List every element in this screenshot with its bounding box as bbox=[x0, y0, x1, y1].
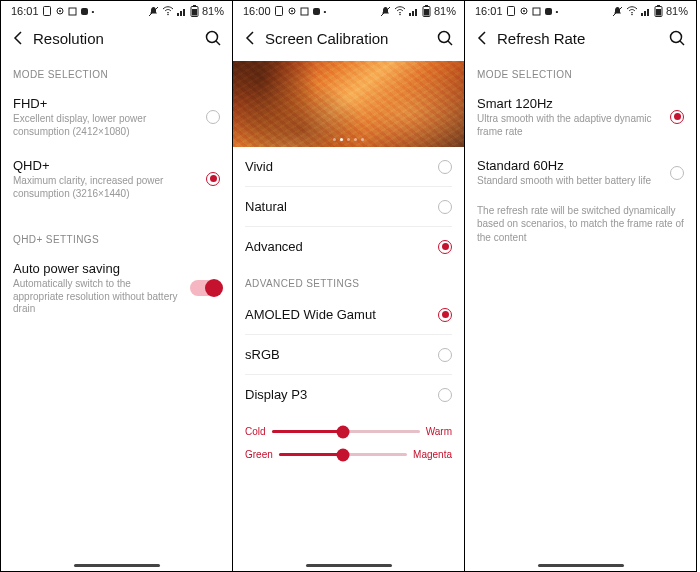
svg-rect-34 bbox=[545, 8, 552, 15]
search-icon[interactable] bbox=[436, 29, 454, 47]
option-fhd[interactable]: FHD+ Excellent display, lower power cons… bbox=[1, 86, 232, 148]
status-time: 16:01 bbox=[475, 5, 503, 17]
std-sub: Standard smooth with better battery life bbox=[477, 175, 664, 188]
radio-p3[interactable] bbox=[438, 388, 452, 402]
statusbar: 16:01 • 81% bbox=[1, 1, 232, 19]
option-srgb[interactable]: sRGB bbox=[233, 335, 464, 374]
square-icon bbox=[300, 7, 309, 16]
radio-wide[interactable] bbox=[438, 308, 452, 322]
dnd-icon bbox=[506, 6, 516, 16]
panel-resolution: 16:01 • 81% Resolution MODE SELECTION FH… bbox=[0, 0, 233, 572]
back-icon[interactable] bbox=[475, 30, 491, 46]
battery-icon bbox=[654, 5, 663, 17]
rounded-icon bbox=[80, 7, 89, 16]
slider2-track[interactable] bbox=[279, 453, 407, 456]
radio-smart[interactable] bbox=[670, 110, 684, 124]
page-title: Screen Calibration bbox=[265, 30, 436, 47]
radio-srgb[interactable] bbox=[438, 348, 452, 362]
rounded-icon bbox=[312, 7, 321, 16]
svg-line-44 bbox=[680, 41, 684, 45]
svg-rect-26 bbox=[424, 9, 429, 16]
bell-off-icon bbox=[612, 6, 623, 17]
radio-natural[interactable] bbox=[438, 200, 452, 214]
option-standard-60[interactable]: Standard 60Hz Standard smooth with bette… bbox=[465, 148, 696, 198]
search-icon[interactable] bbox=[668, 29, 686, 47]
gesture-bar bbox=[465, 564, 696, 567]
advanced-label: Advanced bbox=[245, 239, 432, 254]
wifi-icon bbox=[162, 6, 174, 16]
slider1-left: Cold bbox=[245, 426, 266, 437]
slider1-track[interactable] bbox=[272, 430, 420, 433]
panel-calibration: 16:00 • 81% Screen Calibration Vivid Nat… bbox=[232, 0, 465, 572]
svg-rect-30 bbox=[507, 7, 514, 16]
back-icon[interactable] bbox=[11, 30, 27, 46]
calibration-preview-image[interactable] bbox=[233, 61, 464, 147]
statusbar: 16:01 • 81% bbox=[465, 1, 696, 19]
dot-icon: • bbox=[556, 7, 559, 16]
page-title: Refresh Rate bbox=[497, 30, 668, 47]
option-qhd[interactable]: QHD+ Maximum clarity, increased power co… bbox=[1, 148, 232, 210]
dot-icon: • bbox=[92, 7, 95, 16]
battery-pct: 81% bbox=[434, 5, 456, 17]
signal-icon bbox=[409, 6, 419, 16]
dnd-icon bbox=[42, 6, 52, 16]
radio-fhd[interactable] bbox=[206, 110, 220, 124]
radio-standard[interactable] bbox=[670, 166, 684, 180]
svg-point-2 bbox=[59, 10, 61, 12]
svg-rect-42 bbox=[657, 5, 660, 7]
gear-icon bbox=[55, 6, 65, 16]
radio-advanced[interactable] bbox=[438, 240, 452, 254]
back-icon[interactable] bbox=[243, 30, 259, 46]
svg-point-36 bbox=[631, 14, 633, 16]
option-natural[interactable]: Natural bbox=[233, 187, 464, 226]
status-time: 16:00 bbox=[243, 5, 271, 17]
section-mode: MODE SELECTION bbox=[1, 61, 232, 86]
option-p3[interactable]: Display P3 bbox=[233, 375, 464, 414]
dnd-icon bbox=[274, 6, 284, 16]
svg-point-6 bbox=[167, 14, 169, 16]
slider2-right: Magenta bbox=[413, 449, 452, 460]
radio-vivid[interactable] bbox=[438, 160, 452, 174]
radio-qhd[interactable] bbox=[206, 172, 220, 186]
section-mode: MODE SELECTION bbox=[465, 61, 696, 86]
svg-rect-7 bbox=[177, 13, 179, 16]
option-auto-power[interactable]: Auto power saving Automatically switch t… bbox=[1, 251, 232, 326]
search-icon[interactable] bbox=[204, 29, 222, 47]
refresh-note: The refresh rate will be switched dynami… bbox=[465, 198, 696, 245]
svg-rect-8 bbox=[180, 11, 182, 16]
fhd-sub: Excellent display, lower power consumpti… bbox=[13, 113, 200, 138]
smart-sub: Ultra smooth with the adaptive dynamic f… bbox=[477, 113, 664, 138]
statusbar: 16:00 • 81% bbox=[233, 1, 464, 19]
svg-rect-11 bbox=[192, 9, 197, 16]
gesture-bar bbox=[1, 564, 232, 567]
svg-rect-18 bbox=[301, 8, 308, 15]
auto-label: Auto power saving bbox=[13, 261, 184, 276]
bell-off-icon bbox=[148, 6, 159, 17]
page-title: Resolution bbox=[33, 30, 204, 47]
svg-rect-19 bbox=[313, 8, 320, 15]
option-smart-120[interactable]: Smart 120Hz Ultra smooth with the adapti… bbox=[465, 86, 696, 148]
option-vivid[interactable]: Vivid bbox=[233, 147, 464, 186]
gear-icon bbox=[519, 6, 529, 16]
slider-tint[interactable]: Green Magenta bbox=[233, 441, 464, 476]
svg-rect-0 bbox=[43, 7, 50, 16]
bell-off-icon bbox=[380, 6, 391, 17]
svg-rect-41 bbox=[656, 9, 661, 16]
signal-icon bbox=[177, 6, 187, 16]
smart-label: Smart 120Hz bbox=[477, 96, 664, 111]
switch-auto-power[interactable] bbox=[190, 280, 220, 296]
titlebar: Screen Calibration bbox=[233, 19, 464, 61]
slider-temperature[interactable]: Cold Warm bbox=[233, 414, 464, 441]
svg-rect-38 bbox=[644, 11, 646, 16]
vivid-label: Vivid bbox=[245, 159, 432, 174]
svg-point-28 bbox=[439, 32, 450, 43]
option-wide-gamut[interactable]: AMOLED Wide Gamut bbox=[233, 295, 464, 334]
section-qhd-settings: QHD+ SETTINGS bbox=[1, 226, 232, 251]
wifi-icon bbox=[626, 6, 638, 16]
slider1-right: Warm bbox=[426, 426, 452, 437]
option-advanced[interactable]: Advanced bbox=[233, 227, 464, 266]
dot-icon: • bbox=[324, 7, 327, 16]
svg-line-14 bbox=[216, 41, 220, 45]
signal-icon bbox=[641, 6, 651, 16]
svg-rect-27 bbox=[425, 5, 428, 7]
